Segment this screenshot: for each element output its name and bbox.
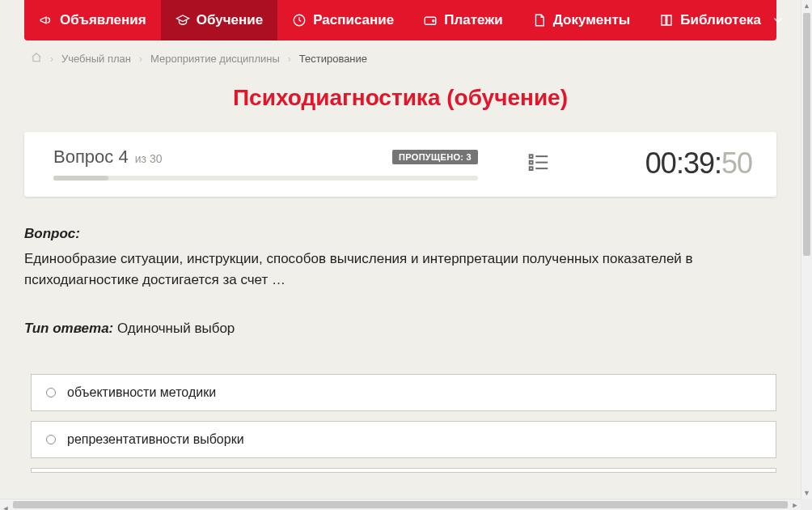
- progress-fill: [53, 176, 108, 181]
- chevron-right-icon: ›: [288, 53, 291, 65]
- nav-documents[interactable]: Документы: [518, 0, 645, 40]
- scroll-up-arrow-icon[interactable]: ▲: [801, 0, 812, 11]
- nav-item-label: Платежи: [444, 12, 503, 28]
- timer-seconds: 39: [683, 147, 714, 181]
- scroll-down-arrow-icon[interactable]: ▼: [801, 487, 812, 499]
- nav-item-label: Объявления: [60, 12, 146, 28]
- wallet-icon: [423, 13, 438, 28]
- question-text: Единообразие ситуации, инструкции, спосо…: [24, 249, 776, 291]
- scrollbar-corner: [801, 499, 812, 510]
- progress-bar: [53, 176, 478, 181]
- answer-option[interactable]: объективности методики: [31, 374, 776, 411]
- nav-item-label: Документы: [553, 12, 631, 28]
- question-progress-block: Вопрос 4 из 30 ПРОПУЩЕНО: 3: [53, 147, 478, 181]
- option-text: объективности методики: [67, 385, 216, 400]
- chevron-right-icon: ›: [139, 53, 142, 65]
- question-total: 30: [150, 152, 163, 165]
- nav-item-label: Расписание: [313, 12, 394, 28]
- question-number: 4: [118, 147, 128, 167]
- skipped-count: 3: [467, 152, 472, 162]
- scroll-thumb[interactable]: [13, 501, 788, 508]
- home-icon[interactable]: [31, 52, 42, 66]
- question-heading: Вопрос:: [24, 226, 776, 242]
- option-text: репрезентативности выборки: [67, 432, 244, 447]
- timer-colon: :: [676, 147, 683, 181]
- question-body: Вопрос: Единообразие ситуации, инструкци…: [24, 226, 776, 497]
- chevron-down-icon: [771, 13, 785, 28]
- breadcrumb-study-plan[interactable]: Учебный план: [61, 53, 131, 65]
- vertical-scrollbar[interactable]: ▲ ▼: [801, 0, 812, 499]
- horizontal-scrollbar[interactable]: ◄ ►: [0, 499, 801, 510]
- radio-icon: [46, 435, 56, 444]
- page-title: Психодиагностика (обучение): [24, 74, 776, 132]
- svg-rect-3: [530, 155, 533, 158]
- breadcrumb-testing: Тестирование: [299, 53, 367, 65]
- nav-learning[interactable]: Обучение: [161, 0, 277, 40]
- scroll-left-arrow-icon[interactable]: ◄: [0, 504, 11, 511]
- svg-point-2: [433, 20, 434, 22]
- timer: 00:39:50: [645, 147, 752, 181]
- breadcrumb-event[interactable]: Мероприятие дисциплины: [150, 53, 280, 65]
- main-navbar: Объявления Обучение Расписание: [24, 0, 776, 40]
- megaphone-icon: [39, 13, 53, 28]
- svg-rect-5: [530, 161, 533, 164]
- nav-library[interactable]: Библиотека: [645, 0, 800, 40]
- answer-options: объективности методики репрезентативност…: [24, 374, 776, 473]
- timer-colon: :: [714, 147, 721, 181]
- breadcrumb: › Учебный план › Мероприятие дисциплины …: [24, 40, 776, 74]
- of-word: из: [135, 152, 146, 165]
- file-icon: [532, 13, 547, 28]
- question-list-icon[interactable]: [527, 150, 551, 177]
- timer-minutes: 00: [645, 147, 676, 181]
- nav-announcements[interactable]: Объявления: [24, 0, 161, 40]
- answer-option-cut[interactable]: [31, 468, 776, 473]
- svg-rect-7: [530, 167, 533, 170]
- clock-icon: [292, 13, 307, 28]
- timer-hundredths: 50: [721, 147, 752, 181]
- nav-item-label: Обучение: [197, 12, 263, 28]
- question-total-label: из 30: [135, 152, 163, 165]
- skipped-badge: ПРОПУЩЕНО: 3: [392, 150, 478, 164]
- graduation-cap-icon: [176, 13, 190, 28]
- scroll-thumb[interactable]: [803, 13, 810, 256]
- nav-schedule[interactable]: Расписание: [277, 0, 408, 40]
- nav-payments[interactable]: Платежи: [408, 0, 518, 40]
- book-icon: [659, 13, 674, 28]
- radio-icon: [46, 388, 56, 397]
- scroll-right-arrow-icon[interactable]: ►: [789, 499, 801, 510]
- answer-option[interactable]: репрезентативности выборки: [31, 421, 776, 458]
- answer-type-label: Тип ответа:: [24, 321, 113, 336]
- chevron-right-icon: ›: [50, 53, 53, 65]
- question-header-card: Вопрос 4 из 30 ПРОПУЩЕНО: 3: [24, 132, 776, 197]
- skipped-label: ПРОПУЩЕНО:: [399, 152, 463, 162]
- nav-item-label: Библиотека: [680, 12, 761, 28]
- answer-type: Тип ответа: Одиночный выбор: [24, 321, 776, 337]
- answer-type-value: Одиночный выбор: [117, 321, 235, 336]
- question-word: Вопрос: [53, 147, 113, 167]
- question-number-label: Вопрос 4: [53, 147, 133, 167]
